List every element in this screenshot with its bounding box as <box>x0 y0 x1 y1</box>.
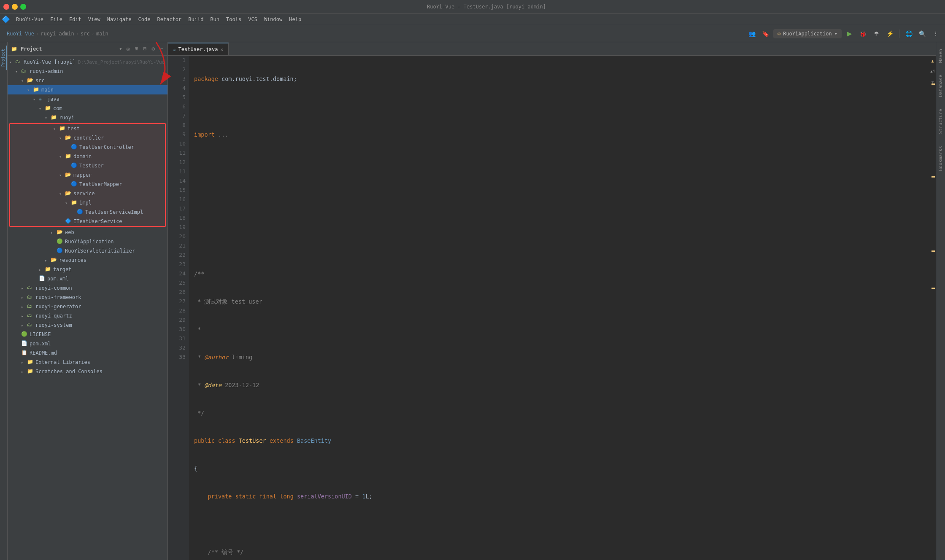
line-num-26: 26 <box>171 288 186 297</box>
tree-item-pom-admin[interactable]: 📄 pom.xml <box>8 274 167 283</box>
tab-close-icon[interactable]: ✕ <box>221 47 224 52</box>
tree-item-domain-folder[interactable]: ▾ 📁 domain <box>10 152 165 161</box>
breadcrumb-item-main[interactable]: main <box>96 31 108 37</box>
search-button[interactable]: 🔍 <box>916 28 928 40</box>
line-num-3: 3 <box>171 74 186 83</box>
tree-item-root[interactable]: ▾ 🗂 RuoYi-Vue [ruoyi] D:\Java_Project\ru… <box>8 57 167 67</box>
tree-item-ruoyiapplication[interactable]: 🟢 RuoYiApplication <box>8 237 167 246</box>
toolbar-users-icon[interactable]: 👥 <box>746 28 758 40</box>
scroll-down-icon[interactable]: ▼ <box>932 78 934 87</box>
tree-item-ruoyiservletinitializer[interactable]: 🔵 RuoYiServletInitializer <box>8 246 167 256</box>
right-sidebar-tabs: Maven Database Structure Bookmarks <box>936 42 945 560</box>
panel-dropdown-icon[interactable]: ▾ <box>119 46 122 52</box>
tree-item-main[interactable]: ▾ 📁 main <box>8 85 167 94</box>
tab-testuser-java[interactable]: ☕ TestUser.java ✕ <box>168 43 229 55</box>
tree-item-testuser[interactable]: 🔵 TestUser <box>10 161 165 170</box>
code-line-15: { <box>194 464 925 473</box>
test-subtree-highlight: ▾ 📁 test ▾ 📂 controller 🔵 TestUserContro… <box>9 123 166 227</box>
tree-label: web <box>65 229 74 235</box>
tree-item-ruoyi[interactable]: ▾ 📁 ruoyi <box>8 113 167 122</box>
tree-item-license[interactable]: 🟢 LICENSE <box>8 330 167 339</box>
breadcrumb-item-root[interactable]: RuoYi-Vue <box>7 31 34 37</box>
tree-label: ruoyi-system <box>35 322 72 328</box>
tree-item-readme[interactable]: 📋 README.md <box>8 348 167 358</box>
tree-item-itestuserservice[interactable]: 🔷 ITestUserService <box>10 217 165 226</box>
menu-file[interactable]: File <box>47 15 66 24</box>
tree-item-ruoyi-common[interactable]: ▸ 🗂 ruoyi-common <box>8 283 167 293</box>
tree-item-impl-folder[interactable]: ▾ 📁 impl <box>10 198 165 207</box>
line-num-1: 1 <box>171 56 186 65</box>
tree-item-ruoyi-quartz[interactable]: ▸ 🗂 ruoyi-quartz <box>8 311 167 320</box>
tree-item-ruoyi-generator[interactable]: ▸ 🗂 ruoyi-generator <box>8 302 167 311</box>
menu-vcs[interactable]: VCS <box>245 15 261 24</box>
java-icon: ☕ <box>39 96 46 102</box>
tree-label: src <box>35 78 45 83</box>
tree-item-com[interactable]: ▾ 📁 com <box>8 104 167 113</box>
tree-item-mapper-folder[interactable]: ▾ 📂 mapper <box>10 170 165 180</box>
tree-item-testusermapper[interactable]: 🔵 TestUserMapper <box>10 180 165 189</box>
menu-refactor[interactable]: Refactor <box>154 15 185 24</box>
sidebar-tab-project[interactable]: Project <box>0 46 7 70</box>
code-line-10: * <box>194 325 925 334</box>
debug-button[interactable]: 🐞 <box>857 28 869 40</box>
breadcrumb-item-src[interactable]: src <box>81 31 90 37</box>
code-editor[interactable]: 1 2 3 4 5 6 7 8 9 10 11 12 13 14 15 16 1… <box>168 56 936 560</box>
tree-item-ruoyi-framework[interactable]: ▸ 🗂 ruoyi-framework <box>8 293 167 302</box>
menu-view[interactable]: View <box>85 15 104 24</box>
tree-item-service-folder[interactable]: ▾ 📂 service <box>10 189 165 198</box>
sidebar-tab-bookmarks[interactable]: Bookmarks <box>937 143 944 175</box>
sidebar-tab-maven[interactable]: Maven <box>937 46 944 66</box>
tree-label: TestUserMapper <box>79 181 122 187</box>
tree-item-ruoyi-admin[interactable]: ▾ 🗂 ruoyi-admin <box>8 67 167 76</box>
sidebar-tab-database[interactable]: Database <box>937 71 944 100</box>
module-icon: 🗂 <box>27 303 34 310</box>
more-button[interactable]: ⋮ <box>930 28 942 40</box>
tree-item-test[interactable]: ▾ 📁 test <box>10 124 165 133</box>
tree-item-ruoyi-system[interactable]: ▸ 🗂 ruoyi-system <box>8 320 167 330</box>
close-button[interactable] <box>3 4 9 10</box>
tree-item-testusercontroller[interactable]: 🔵 TestUserController <box>10 143 165 152</box>
breadcrumb-item-admin[interactable]: ruoyi-admin <box>40 31 74 37</box>
tree-item-controller-folder[interactable]: ▾ 📂 controller <box>10 133 165 143</box>
toolbar-bookmark-icon[interactable]: 🔖 <box>760 28 772 40</box>
panel-collapse-icon[interactable]: ⊟ <box>143 45 148 53</box>
run-config-selector[interactable]: ⚙ RuoYiApplication ▾ <box>773 29 842 38</box>
panel-hide-icon[interactable]: − <box>159 45 164 53</box>
panel-locate-icon[interactable]: ◎ <box>126 45 131 53</box>
tree-item-testuserserviceimpl[interactable]: 🔵 TestUserServiceImpl <box>10 207 165 217</box>
window-controls[interactable] <box>3 4 26 10</box>
menu-code[interactable]: Code <box>135 15 154 24</box>
profile-button[interactable]: ⚡ <box>884 28 896 40</box>
sidebar-tab-structure[interactable]: Structure <box>937 105 944 137</box>
maximize-button[interactable] <box>20 4 26 10</box>
tree-item-resources[interactable]: ▸ 📂 resources <box>8 256 167 265</box>
menu-build[interactable]: Build <box>185 15 207 24</box>
tree-item-src[interactable]: ▾ 📂 src <box>8 76 167 85</box>
code-content[interactable]: package com.ruoyi.test.domain; import ..… <box>189 56 930 560</box>
line-num-25: 25 <box>171 278 186 288</box>
menu-window[interactable]: Window <box>261 15 286 24</box>
run-button[interactable]: ▶ <box>843 28 855 40</box>
menu-edit[interactable]: Edit <box>66 15 85 24</box>
folder-icon: 📁 <box>71 199 78 206</box>
minimize-button[interactable] <box>12 4 18 10</box>
coverage-button[interactable]: ☂ <box>870 28 882 40</box>
menu-ruoyivue[interactable]: RuoYi-Vue <box>13 15 47 24</box>
translate-button[interactable]: 🌐 <box>903 28 915 40</box>
panel-settings-icon[interactable]: ⚙ <box>151 45 156 53</box>
tree-item-web[interactable]: ▸ 📂 web <box>8 228 167 237</box>
arrow-icon: ▾ <box>9 60 15 65</box>
tree-label: service <box>73 191 95 197</box>
title-bar: RuoYi-Vue - TestUser.java [ruoyi-admin] <box>0 0 945 13</box>
menu-tools[interactable]: Tools <box>223 15 245 24</box>
tree-item-external-libs[interactable]: ▸ 📁 External Libraries <box>8 358 167 367</box>
tree-item-target[interactable]: ▸ 📁 target <box>8 265 167 274</box>
panel-expand-icon[interactable]: ⊞ <box>134 45 139 53</box>
tree-item-scratches[interactable]: ▸ 📁 Scratches and Consoles <box>8 367 167 376</box>
line-num-33: 33 <box>171 353 186 362</box>
tree-item-pom-root[interactable]: 📄 pom.xml <box>8 339 167 348</box>
menu-help[interactable]: Help <box>286 15 305 24</box>
menu-navigate[interactable]: Navigate <box>104 15 135 24</box>
tree-item-java[interactable]: ▾ ☕ java <box>8 94 167 104</box>
menu-run[interactable]: Run <box>207 15 223 24</box>
